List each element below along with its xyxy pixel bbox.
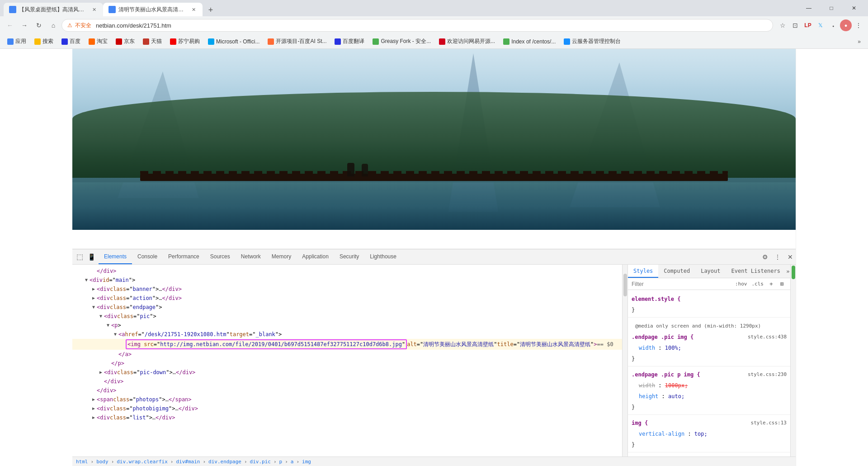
tab-security[interactable]: Security <box>334 249 364 264</box>
new-tab-button[interactable]: + <box>204 4 217 16</box>
breadcrumb-body[interactable]: body <box>96 459 108 465</box>
forward-button[interactable]: → <box>18 19 31 32</box>
bookmark-translate[interactable]: 百度翻译 <box>331 36 368 47</box>
breadcrumb-div-pic[interactable]: div.pic <box>250 459 271 465</box>
bookmark-taobao[interactable]: 淘宝 <box>85 36 111 47</box>
bookmarks-more[interactable]: » <box>854 37 864 46</box>
maximize-button[interactable]: □ <box>821 0 842 16</box>
forest-layer <box>72 92 796 182</box>
user-icon[interactable]: ● <box>840 19 852 31</box>
tab-console[interactable]: Console <box>132 249 163 264</box>
rule-img-valign[interactable]: vertical-align : top; <box>628 428 790 439</box>
breadcrumb-div-endpage[interactable]: div.endpage <box>208 459 241 465</box>
breadcrumb-html[interactable]: html <box>76 459 88 465</box>
bookmark-cloud[interactable]: 云服务器管理控制台 <box>560 36 624 47</box>
tab-2[interactable]: 清明节美丽山水风景高清壁纸-风... ✕ <box>103 3 203 16</box>
bookmark-163[interactable]: 欢迎访问网易开源... <box>435 36 499 47</box>
tab-event-listeners[interactable]: Event Listeners <box>726 265 786 278</box>
tree-line-10[interactable]: </p> <box>72 359 622 368</box>
menu-icon[interactable]: ⋮ <box>853 19 864 31</box>
device-toolbar-button[interactable]: 📱 <box>86 252 97 262</box>
bookmark-tianmao[interactable]: 天猫 <box>139 36 165 47</box>
styles-filter-input[interactable] <box>632 281 732 287</box>
tree-line-16[interactable]: ▶ <div class="list"> … </div> <box>72 413 622 422</box>
back-button[interactable]: ← <box>4 19 16 32</box>
tab-memory[interactable]: Memory <box>266 249 297 264</box>
tree-line-4[interactable]: ▶ <div class="action"> … </div> <box>72 294 622 303</box>
tree-line-12[interactable]: </div> <box>72 377 622 386</box>
close-button[interactable]: ✕ <box>844 0 864 16</box>
tab-sources[interactable]: Sources <box>205 249 236 264</box>
breadcrumb-a[interactable]: a <box>291 459 294 465</box>
reload-button[interactable]: ↻ <box>33 19 45 32</box>
bookmark-ai[interactable]: 开源项目-百度AI St... <box>264 36 330 47</box>
bookmark-suning[interactable]: 苏宁易购 <box>166 36 203 47</box>
tree-line-9[interactable]: </a> <box>72 350 622 359</box>
tab-application[interactable]: Application <box>297 249 334 264</box>
address-url: netbian.com/desk/21751.htm <box>96 22 171 29</box>
tree-line-11[interactable]: ▶ <div class="pic-down"> … </div> <box>72 368 622 377</box>
star-icon[interactable]: ☆ <box>777 19 788 31</box>
bookmark-baidu[interactable]: 百度 <box>58 36 84 47</box>
rule-endpage-width[interactable]: width : 100%; <box>628 342 790 353</box>
tree-line-14[interactable]: ▶ <span class="photops"> … </span> <box>72 395 622 404</box>
tab-lighthouse[interactable]: Lighthouse <box>364 249 402 264</box>
bookmark-jd[interactable]: 京东 <box>112 36 138 47</box>
breadcrumb-p[interactable]: p <box>279 459 283 465</box>
bookmark-apps[interactable]: 应用 <box>4 36 30 47</box>
tab-network[interactable]: Network <box>236 249 266 264</box>
tree-line-15[interactable]: ▶ <div class="photobigimg"> … </div> <box>72 404 622 413</box>
twitter-icon[interactable]: 𝕏 <box>815 19 826 31</box>
window-controls: — □ ✕ <box>798 0 864 16</box>
cls-filter[interactable]: .cls <box>750 281 765 287</box>
tree-line-6[interactable]: ▼ <div class="pic"> <box>72 312 622 321</box>
media-router-icon[interactable]: ⊡ <box>789 19 801 31</box>
rule-pic-p-width[interactable]: width : 1000px; <box>628 380 790 391</box>
tree-line-13[interactable]: </div> <box>72 386 622 395</box>
lock-icon: ⚠ <box>67 22 72 29</box>
tab-layout[interactable]: Layout <box>695 265 726 278</box>
more-options-button[interactable]: ⋮ <box>772 252 783 262</box>
right-tab-more[interactable]: » <box>786 265 790 278</box>
breadcrumb-div-main[interactable]: div#main <box>176 459 200 465</box>
tab-1[interactable]: 【风景桌面壁纸】高清风景图片-风... ✕ <box>4 3 103 16</box>
inspect-element-button[interactable]: ⬚ <box>74 252 85 262</box>
lastpass-icon[interactable]: LP <box>802 19 814 31</box>
styles-scrollbar[interactable] <box>790 265 796 456</box>
tree-line-7[interactable]: ▼ <p> <box>72 321 622 330</box>
elements-tree[interactable]: </div> ▼ <div id="main"> <box>72 265 622 456</box>
tree-line-5[interactable]: ▼ <div class="endpage"> <box>72 303 622 312</box>
rule-pic-p-height[interactable]: height : auto; <box>628 391 790 402</box>
tree-line-img[interactable]: <img src="http://img.netbian.com/file/20… <box>72 339 622 350</box>
page-viewport: ⬚ 📱 Elements Console Performance Sources… <box>72 49 796 466</box>
tree-line-8[interactable]: ▼ <a href="/desk/21751-1920x1080.htm" ta… <box>72 330 622 339</box>
tab-1-close[interactable]: ✕ <box>90 6 98 13</box>
bookmark-greasy-favicon <box>373 38 379 45</box>
tab-2-close[interactable]: ✕ <box>190 6 197 13</box>
address-input[interactable]: ⚠ 不安全 netbian.com/desk/21751.htm <box>61 19 773 32</box>
rule-pic-p-img-header: .endpage .pic p img { style.css:230 <box>628 369 790 380</box>
add-style-rule-button[interactable]: + <box>767 281 776 287</box>
bookmark-greasy[interactable]: Greasy Fork - 安全... <box>369 36 434 47</box>
elements-scrollbar[interactable] <box>622 265 627 456</box>
bookmark-centos[interactable]: Index of /centos/... <box>500 37 559 46</box>
tree-line-2[interactable]: ▼ <div id="main"> <box>72 276 622 285</box>
minimize-button[interactable]: — <box>798 0 819 16</box>
new-style-rule-button[interactable]: ⊞ <box>778 281 787 287</box>
tab-elements[interactable]: Elements <box>99 249 132 264</box>
bookmark-microsoft[interactable]: Microsoft - Offici... <box>204 37 263 46</box>
extension-icon[interactable]: ⬩ <box>827 19 839 31</box>
home-button[interactable]: ⌂ <box>47 19 60 32</box>
close-devtools-button[interactable]: ✕ <box>785 252 796 262</box>
settings-button[interactable]: ⚙ <box>760 252 770 262</box>
tab-styles[interactable]: Styles <box>628 265 658 278</box>
tab-bar: 【风景桌面壁纸】高清风景图片-风... ✕ 清明节美丽山水风景高清壁纸-风...… <box>4 0 798 16</box>
tree-line-3[interactable]: ▶ <div class="banner"> … </div> <box>72 285 622 294</box>
tab-performance[interactable]: Performance <box>163 249 205 264</box>
tab-computed[interactable]: Computed <box>658 265 695 278</box>
hov-pseudo-filter[interactable]: :hov <box>734 281 749 287</box>
breadcrumb-div-wrap[interactable]: div.wrap.clearfix <box>117 459 168 465</box>
bookmark-search[interactable]: 搜索 <box>31 36 57 47</box>
tree-line-1[interactable]: </div> <box>72 266 622 276</box>
breadcrumb-img[interactable]: img <box>302 459 311 465</box>
